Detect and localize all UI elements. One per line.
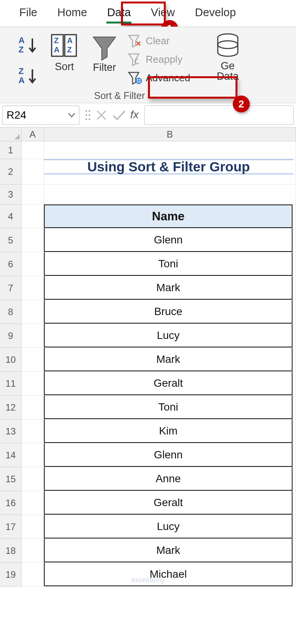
accept-check-icon[interactable] [112, 109, 126, 122]
cell[interactable]: Anne [44, 467, 296, 491]
cell[interactable]: Mark [44, 276, 296, 300]
svg-text:Z: Z [54, 36, 59, 45]
svg-point-15 [86, 114, 87, 116]
cell[interactable] [22, 252, 44, 276]
tab-data[interactable]: Data [106, 5, 131, 23]
row-header[interactable]: 8 [0, 300, 22, 324]
cell[interactable]: Lucy [44, 515, 296, 539]
row-header[interactable]: 6 [0, 252, 22, 276]
cell[interactable] [22, 372, 44, 396]
cell[interactable]: Geralt [44, 372, 296, 396]
cell[interactable]: Toni [44, 396, 296, 419]
reapply-label: Reapply [146, 54, 182, 65]
cell[interactable] [22, 228, 44, 252]
row-header[interactable]: 11 [0, 372, 22, 396]
row-header[interactable]: 12 [0, 396, 22, 419]
cell[interactable]: Name [44, 205, 296, 228]
cell[interactable] [22, 396, 44, 419]
grip-icon [85, 109, 91, 122]
row-header[interactable]: 14 [0, 443, 22, 467]
svg-text:Z: Z [18, 45, 24, 54]
cell[interactable] [22, 539, 44, 563]
table-cell: Glenn [44, 443, 293, 467]
cell[interactable] [22, 467, 44, 491]
sort-button[interactable]: Z A A Z Sort [44, 31, 85, 74]
cell[interactable] [22, 300, 44, 324]
tab-file[interactable]: File [18, 5, 38, 23]
cell[interactable]: Kim [44, 419, 296, 443]
cell[interactable] [22, 141, 44, 159]
get-data-button[interactable]: Ge Data [209, 31, 247, 83]
advanced-label: Advanced [146, 72, 190, 84]
row-header[interactable]: 16 [0, 491, 22, 515]
row-header[interactable]: 3 [0, 184, 22, 205]
row-header[interactable]: 4 [0, 205, 22, 228]
formula-input[interactable] [144, 106, 294, 125]
cell[interactable]: Using Sort & Filter Group [44, 159, 296, 184]
cell[interactable] [22, 491, 44, 515]
row-header[interactable]: 15 [0, 467, 22, 491]
cell[interactable]: Mark [44, 348, 296, 372]
row-header[interactable]: 7 [0, 276, 22, 300]
clear-filter-button[interactable]: Clear [124, 32, 193, 49]
row-header[interactable]: 17 [0, 515, 22, 539]
cell[interactable] [22, 443, 44, 467]
sort-desc-icon: Z A [18, 65, 40, 86]
cell[interactable] [44, 184, 296, 205]
row-header[interactable]: 2 [0, 159, 22, 184]
formula-bar: R24 fx [0, 103, 296, 127]
sort-icon: Z A A Z [49, 32, 79, 60]
cell[interactable] [22, 515, 44, 539]
cell[interactable] [22, 184, 44, 205]
cell[interactable] [22, 276, 44, 300]
funnel-icon [90, 33, 119, 61]
cancel-x-icon[interactable] [95, 109, 108, 122]
table-cell: Lucy [44, 515, 293, 538]
table-cell: Michael [44, 563, 293, 586]
table-cell: Mark [44, 276, 293, 300]
cell[interactable]: Michael [44, 563, 296, 587]
cell[interactable]: Lucy [44, 324, 296, 348]
row-header[interactable]: 1 [0, 141, 22, 159]
row-header[interactable]: 5 [0, 228, 22, 252]
cell[interactable] [22, 324, 44, 348]
cell[interactable] [22, 563, 44, 587]
reapply-filter-button[interactable]: Reapply [124, 51, 193, 68]
table-cell: Lucy [44, 324, 293, 347]
cell[interactable]: Glenn [44, 228, 296, 252]
cell[interactable] [22, 419, 44, 443]
cell[interactable] [22, 348, 44, 372]
cell[interactable]: Glenn [44, 443, 296, 467]
sort-descending-button[interactable]: Z A [16, 64, 42, 88]
svg-point-14 [89, 110, 90, 112]
worksheet-grid: A B 1 2 Using Sort & Filter Group 3 4 Na… [0, 127, 296, 587]
advanced-filter-button[interactable]: Advanced [124, 69, 193, 86]
row-header[interactable]: 10 [0, 348, 22, 372]
tab-home[interactable]: Home [57, 5, 88, 23]
row-header[interactable]: 13 [0, 419, 22, 443]
tab-developer[interactable]: Develop [194, 5, 237, 23]
col-header-a[interactable]: A [22, 127, 44, 141]
cell[interactable]: Mark [44, 539, 296, 563]
svg-text:A: A [18, 35, 25, 45]
table-header-name: Name [44, 205, 293, 228]
row-header[interactable]: 18 [0, 539, 22, 563]
fx-label[interactable]: fx [130, 109, 139, 122]
col-header-b[interactable]: B [44, 127, 296, 141]
cell[interactable]: Bruce [44, 300, 296, 324]
select-all-corner[interactable] [0, 127, 22, 141]
svg-text:A: A [18, 75, 25, 85]
sort-ascending-button[interactable]: A Z [16, 33, 42, 57]
filter-button[interactable]: Filter [85, 31, 124, 74]
row-header[interactable]: 9 [0, 324, 22, 348]
cell[interactable] [22, 205, 44, 228]
cell[interactable]: Geralt [44, 491, 296, 515]
filter-options: Clear Reapply Advanced [124, 31, 193, 86]
name-box[interactable]: R24 [2, 106, 79, 125]
cell[interactable] [22, 159, 44, 184]
cell[interactable]: Toni [44, 252, 296, 276]
row-header[interactable]: 19 [0, 563, 22, 587]
sort-label: Sort [55, 61, 74, 73]
cell[interactable] [44, 141, 296, 159]
svg-point-13 [86, 110, 87, 112]
